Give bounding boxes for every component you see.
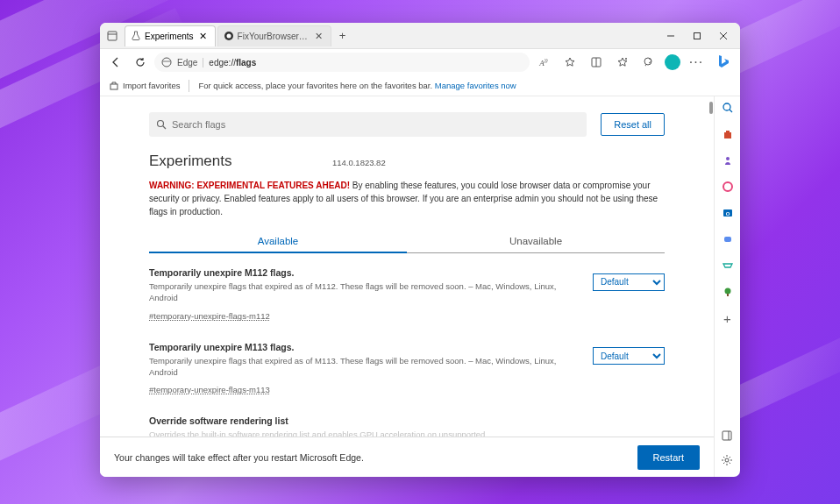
maximize-button[interactable] bbox=[684, 25, 710, 47]
svg-rect-0 bbox=[108, 32, 117, 40]
search-flags-field[interactable] bbox=[149, 112, 587, 137]
svg-rect-14 bbox=[110, 84, 117, 89]
restart-message: Your changes will take effect after you … bbox=[114, 452, 364, 463]
profile-avatar[interactable] bbox=[665, 54, 680, 70]
flag-description: Overrides the built-in software renderin… bbox=[149, 429, 665, 437]
svg-point-22 bbox=[723, 182, 732, 191]
favorites-button[interactable] bbox=[612, 52, 633, 73]
favorites-hint: For quick access, place your favorites h… bbox=[198, 81, 516, 90]
more-button[interactable]: ··· bbox=[686, 52, 707, 73]
close-icon[interactable]: ✕ bbox=[197, 30, 210, 42]
toolbar: Edge edge://flags A)) ··· bbox=[100, 49, 740, 75]
split-screen-button[interactable] bbox=[586, 52, 607, 73]
tab-title: FixYourBrowser - Your Trusted G… bbox=[238, 32, 310, 41]
sidebar: O + bbox=[714, 96, 740, 477]
close-icon[interactable]: ✕ bbox=[313, 30, 325, 42]
svg-line-16 bbox=[163, 126, 166, 129]
svg-point-3 bbox=[226, 34, 231, 39]
restart-bar: Your changes will take effect after you … bbox=[100, 437, 714, 477]
svg-rect-25 bbox=[724, 237, 731, 242]
svg-point-17 bbox=[723, 103, 730, 110]
address-bar[interactable]: Edge edge://flags bbox=[154, 53, 530, 72]
flag-description: Temporarily unexpire flags that expired … bbox=[149, 355, 575, 379]
read-aloud-button[interactable]: A)) bbox=[533, 52, 554, 73]
svg-rect-5 bbox=[694, 32, 701, 39]
manage-favorites-link[interactable]: Manage favorites now bbox=[435, 81, 516, 90]
flag-row: Temporarily unexpire M112 flags. Tempora… bbox=[149, 267, 665, 323]
flag-title: Temporarily unexpire M112 flags. bbox=[149, 267, 575, 278]
tab-experiments[interactable]: Experiments ✕ bbox=[125, 25, 216, 46]
flag-select[interactable]: Default bbox=[593, 347, 665, 365]
flag-row: Override software rendering list Overrid… bbox=[149, 415, 665, 437]
scrollbar[interactable] bbox=[708, 96, 714, 437]
search-icon[interactable] bbox=[720, 100, 736, 116]
svg-point-21 bbox=[726, 157, 730, 160]
office-icon[interactable] bbox=[720, 179, 736, 195]
flag-anchor-link[interactable]: #temporary-unexpire-flags-m112 bbox=[149, 311, 270, 321]
refresh-button[interactable] bbox=[130, 52, 151, 73]
shopping-icon[interactable] bbox=[720, 126, 736, 142]
site-icon bbox=[224, 31, 234, 41]
svg-point-30 bbox=[725, 458, 729, 462]
browser-window: Experiments ✕ FixYourBrowser - Your Trus… bbox=[100, 23, 740, 477]
svg-line-18 bbox=[730, 110, 732, 112]
tab-unavailable[interactable]: Unavailable bbox=[407, 231, 665, 252]
favorites-bar: Import favorites For quick access, place… bbox=[100, 75, 740, 96]
reset-all-button[interactable]: Reset all bbox=[601, 113, 665, 136]
version-label: 114.0.1823.82 bbox=[332, 158, 386, 167]
flag-title: Temporarily unexpire M113 flags. bbox=[149, 342, 575, 352]
import-favorites-label: Import favorites bbox=[123, 81, 180, 90]
collections-button[interactable] bbox=[638, 52, 659, 73]
add-sidebar-button[interactable]: + bbox=[720, 310, 736, 326]
warning-text: WARNING: EXPERIMENTAL FEATURES AHEAD! By… bbox=[149, 179, 665, 218]
minimize-button[interactable] bbox=[658, 25, 684, 47]
svg-point-13 bbox=[644, 58, 651, 65]
tools-icon[interactable] bbox=[720, 153, 736, 168]
new-tab-button[interactable]: + bbox=[333, 26, 352, 46]
tab-fixyourbrowser[interactable]: FixYourBrowser - Your Trusted G… ✕ bbox=[217, 25, 331, 46]
flag-tabs: Available Unavailable bbox=[149, 231, 665, 253]
restart-button[interactable]: Restart bbox=[637, 445, 700, 470]
edge-icon bbox=[161, 57, 172, 67]
import-icon bbox=[109, 81, 119, 91]
outlook-icon[interactable]: O bbox=[720, 205, 736, 221]
flag-select[interactable]: Default bbox=[593, 273, 665, 291]
tab-available[interactable]: Available bbox=[149, 231, 407, 253]
flag-description: Temporarily unexpire flags that expired … bbox=[149, 280, 575, 304]
back-button[interactable] bbox=[105, 52, 126, 73]
hide-sidebar-button[interactable] bbox=[719, 428, 735, 444]
drop-icon[interactable] bbox=[720, 258, 736, 273]
svg-rect-27 bbox=[727, 294, 729, 296]
page-content: Reset all Experiments 114.0.1823.82 WARN… bbox=[100, 96, 714, 477]
page-title: Experiments bbox=[149, 153, 231, 170]
search-icon bbox=[156, 119, 167, 130]
svg-text:O: O bbox=[725, 211, 730, 217]
search-input[interactable] bbox=[172, 119, 580, 130]
tree-icon[interactable] bbox=[720, 284, 736, 300]
svg-point-15 bbox=[158, 121, 164, 127]
tab-title: Experiments bbox=[145, 32, 194, 41]
flag-title: Override software rendering list bbox=[149, 415, 665, 426]
svg-rect-19 bbox=[724, 132, 731, 138]
address-prefix: Edge bbox=[177, 58, 203, 67]
svg-rect-20 bbox=[726, 131, 730, 132]
flag-anchor-link[interactable]: #temporary-unexpire-flags-m113 bbox=[149, 385, 270, 394]
flag-row: Temporarily unexpire M113 flags. Tempora… bbox=[149, 342, 665, 397]
bing-button[interactable] bbox=[711, 51, 734, 74]
svg-point-26 bbox=[724, 288, 730, 295]
settings-icon[interactable] bbox=[719, 452, 735, 468]
favorite-button[interactable] bbox=[559, 52, 580, 73]
close-button[interactable] bbox=[710, 25, 737, 47]
svg-rect-28 bbox=[723, 431, 731, 440]
flask-icon bbox=[131, 31, 141, 41]
import-favorites-button[interactable]: Import favorites bbox=[109, 81, 180, 91]
svg-point-8 bbox=[162, 58, 171, 67]
address-url: edge://flags bbox=[209, 58, 256, 67]
games-icon[interactable] bbox=[720, 231, 736, 247]
tabs-overview-button[interactable] bbox=[103, 27, 121, 45]
titlebar: Experiments ✕ FixYourBrowser - Your Trus… bbox=[100, 23, 740, 49]
